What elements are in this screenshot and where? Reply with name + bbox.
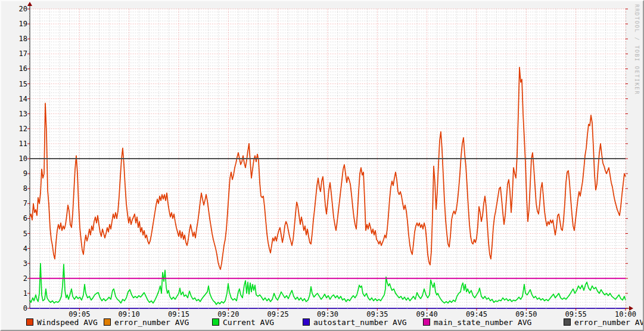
legend-item: error_number AVG — [564, 318, 644, 327]
legend-label: error_number AVG — [574, 318, 644, 327]
y-axis-tick-label: 19 — [2, 20, 27, 28]
legend-item: Current AVG — [212, 318, 274, 327]
legend-swatch-icon — [26, 318, 33, 326]
x-axis-tick-label: 09:40 — [408, 310, 446, 318]
y-axis-tick-label: 9 — [2, 169, 27, 178]
x-axis-tick-label: 10:00 — [606, 310, 644, 318]
legend-label: error_number AVG — [114, 318, 189, 327]
y-axis-tick-label: 1 — [2, 289, 27, 298]
y-axis-tick-label: 17 — [2, 50, 27, 58]
y-axis-tick-label: 14 — [2, 95, 27, 103]
y-axis-tick-label: 15 — [2, 80, 27, 88]
watermark-text: RRDTOOL / TOBI OETIKER — [634, 4, 640, 95]
y-axis-arrow-icon — [27, 2, 32, 6]
chart-canvas — [1, 1, 643, 330]
legend-item: Windspeed AVG — [26, 318, 98, 327]
y-axis-tick-label: 18 — [2, 35, 27, 43]
legend-label: autostart_number AVG — [313, 318, 407, 327]
legend-item: main_state_number AVG — [423, 318, 531, 327]
legend-swatch-icon — [564, 318, 571, 326]
y-axis-tick-label: 13 — [2, 110, 27, 118]
y-axis-tick-label: 6 — [2, 214, 27, 222]
x-axis-tick-label: 09:35 — [358, 310, 396, 318]
x-axis-tick-label: 09:25 — [259, 310, 297, 318]
y-axis-tick-label: 5 — [2, 230, 27, 238]
y-axis-tick-label: 16 — [2, 64, 27, 73]
x-axis-tick-label: 09:05 — [60, 310, 98, 318]
legend-swatch-icon — [303, 318, 310, 326]
y-axis-tick-label: 8 — [2, 184, 27, 193]
legend-item: error_number AVG — [104, 318, 189, 327]
legend-swatch-icon — [104, 318, 111, 326]
legend-label: Current AVG — [223, 318, 274, 327]
y-axis-tick-label: 11 — [2, 140, 27, 148]
y-axis-tick-label: 3 — [2, 259, 27, 268]
x-axis-tick-label: 09:30 — [309, 310, 347, 318]
y-axis-tick-label: 0 — [2, 304, 27, 313]
legend-label: Windspeed AVG — [37, 318, 98, 327]
y-axis-tick-label: 10 — [2, 154, 27, 163]
y-axis-tick-label: 4 — [2, 245, 27, 253]
legend-swatch-icon — [423, 318, 430, 326]
legend-swatch-icon — [212, 318, 219, 326]
x-axis-tick-label: 09:50 — [507, 310, 545, 318]
y-axis-tick-label: 7 — [2, 199, 27, 208]
y-axis-tick-label: 12 — [2, 125, 27, 133]
x-axis-tick-label: 09:10 — [110, 310, 148, 318]
x-axis-tick-label: 09:55 — [557, 310, 595, 318]
legend-label: main_state_number AVG — [434, 318, 531, 327]
rrdtool-graph: 01234567891011121314151617181920 09:0509… — [0, 0, 644, 331]
legend-item: autostart_number AVG — [303, 318, 407, 327]
x-axis-tick-label: 09:20 — [209, 310, 247, 318]
x-axis-tick-label: 09:45 — [458, 310, 496, 318]
y-axis-tick-label: 2 — [2, 274, 27, 283]
y-axis-tick-label: 20 — [2, 5, 27, 13]
x-axis-tick-label: 09:15 — [160, 310, 198, 318]
